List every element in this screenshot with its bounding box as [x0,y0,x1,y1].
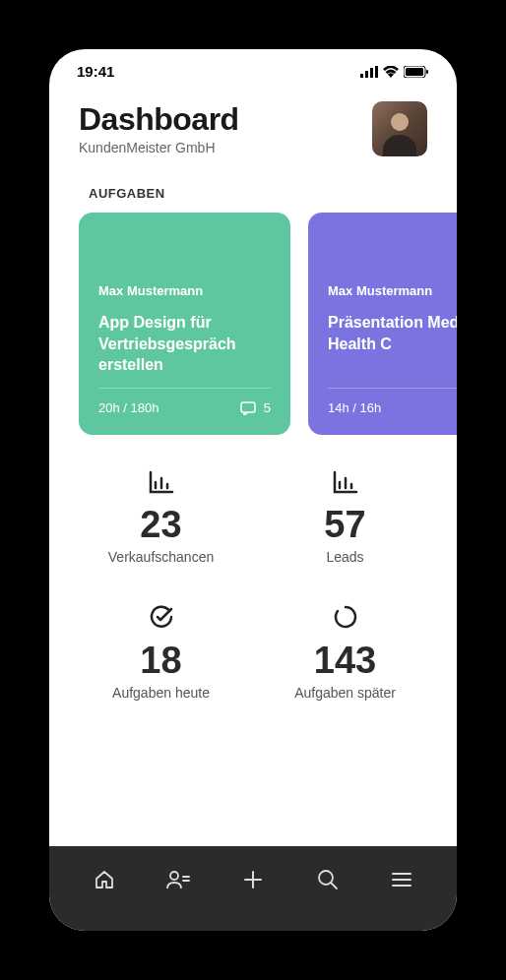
task-cards-row[interactable]: Max Mustermann App Design für Vertriebsg… [49,213,457,435]
cellular-icon [360,66,378,78]
page-subtitle: KundenMeister GmbH [79,140,239,155]
nav-contacts[interactable] [157,858,200,901]
battery-icon [404,66,429,78]
svg-rect-2 [370,68,373,78]
check-circle-icon [149,604,174,634]
section-label: AUFGABEN [49,164,457,213]
plus-icon [243,870,263,889]
bar-chart-icon [149,470,174,498]
comment-icon [240,401,256,415]
wifi-icon [383,66,399,78]
task-hours: 14h / 16h [328,400,381,415]
search-icon [317,869,339,890]
task-comments: 5 [240,400,271,415]
status-time: 19:41 [77,63,114,80]
task-comment-count: 5 [264,400,271,415]
svg-point-14 [170,872,178,880]
bar-chart-icon [333,470,358,498]
menu-icon [392,872,411,888]
contacts-icon [166,869,190,890]
stat-value: 57 [324,506,365,543]
progress-icon [333,604,358,634]
status-icons [360,66,429,78]
stat-leads[interactable]: 57 Leads [263,470,427,565]
svg-rect-0 [360,74,363,78]
task-title: App Design für Vertriebsgespräch erstell… [98,312,271,376]
stat-label: Aufgaben heute [112,685,210,701]
stat-value: 23 [140,506,181,543]
stat-value: 18 [140,642,181,679]
svg-rect-7 [241,402,255,412]
nav-home[interactable] [83,858,126,901]
nav-search[interactable] [306,858,349,901]
stat-label: Leads [326,549,363,565]
task-card[interactable]: Max Mustermann Präsentation Medical Heal… [308,213,457,435]
bottom-nav [49,846,457,931]
task-owner: Max Mustermann [328,283,457,298]
stat-value: 143 [314,642,376,679]
stat-tasks-later[interactable]: 143 Aufgaben später [263,604,427,701]
header-text: Dashboard KundenMeister GmbH [79,101,239,155]
task-footer: 20h / 180h 5 [98,388,271,415]
stat-label: Verkaufschancen [108,549,214,565]
page-title: Dashboard [79,101,239,138]
task-title: Präsentation Medical Health C [328,312,457,354]
status-bar: 19:41 [49,49,457,88]
task-card[interactable]: Max Mustermann App Design für Vertriebsg… [79,213,290,435]
header: Dashboard KundenMeister GmbH [49,88,457,164]
task-footer: 14h / 16h [328,388,457,415]
task-hours: 20h / 180h [98,400,158,415]
task-owner: Max Mustermann [98,283,271,298]
home-icon [94,869,115,890]
avatar[interactable] [372,101,427,156]
stat-tasks-today[interactable]: 18 Aufgaben heute [79,604,243,701]
svg-line-20 [331,883,337,888]
nav-add[interactable] [231,858,275,901]
svg-rect-5 [406,68,423,76]
stat-opportunities[interactable]: 23 Verkaufschancen [79,470,243,565]
svg-rect-6 [426,70,428,74]
stats-grid: 23 Verkaufschancen 57 Leads 18 Aufgaben … [49,435,457,720]
svg-rect-1 [365,71,368,78]
app-screen: 19:41 Dashboard KundenMeister GmbH AUFGA… [49,49,457,931]
svg-rect-3 [375,66,378,78]
nav-menu[interactable] [380,858,423,901]
stat-label: Aufgaben später [294,685,396,701]
